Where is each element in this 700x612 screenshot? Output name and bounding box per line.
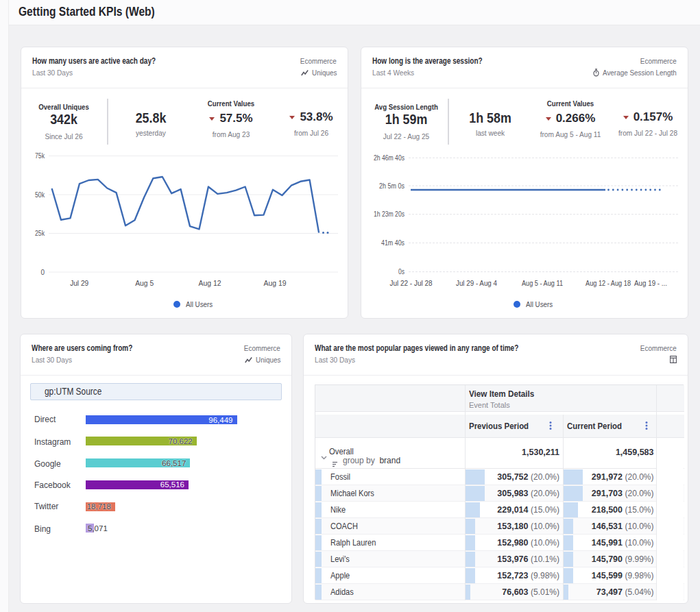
svg-text:25k: 25k [35, 230, 45, 237]
svg-text:Jul 22 - Jul 28: Jul 22 - Jul 28 [390, 279, 433, 287]
svg-text:50k: 50k [35, 191, 45, 199]
svg-text:Aug 5: Aug 5 [135, 279, 154, 287]
svg-text:Aug 5 - Aug 11: Aug 5 - Aug 11 [522, 279, 563, 287]
svg-text:0s: 0s [398, 268, 405, 276]
svg-text:2h 5m 0s: 2h 5m 0s [379, 182, 405, 190]
svg-text:1h 23m 20s: 1h 23m 20s [374, 210, 405, 218]
svg-text:Jul 29: Jul 29 [70, 279, 88, 287]
svg-text:Aug 19: Aug 19 [264, 279, 287, 287]
svg-text:41m 40s: 41m 40s [381, 239, 405, 247]
svg-text:Jul 29 - Aug 4: Jul 29 - Aug 4 [456, 279, 497, 287]
svg-text:75k: 75k [35, 152, 45, 160]
svg-text:Aug 12 - Aug 18: Aug 12 - Aug 18 [586, 279, 631, 287]
svg-text:Aug 19 - ...: Aug 19 - ... [634, 279, 667, 287]
svg-text:Aug 12: Aug 12 [199, 279, 221, 287]
svg-text:0: 0 [40, 269, 45, 276]
svg-text:2h 46m 40s: 2h 46m 40s [374, 154, 405, 162]
